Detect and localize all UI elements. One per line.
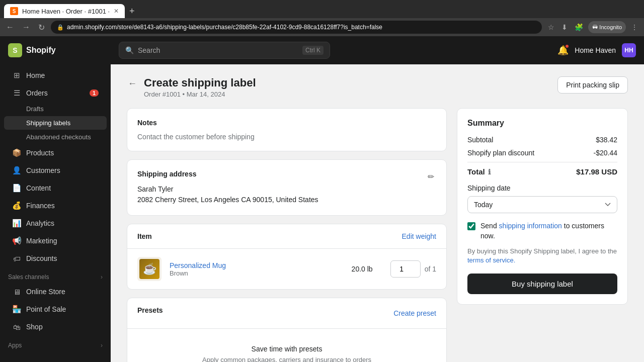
- sidebar-item-pos[interactable]: 🏪 Point of Sale: [4, 301, 107, 318]
- qty-of: of 1: [425, 265, 436, 273]
- notes-card: Notes Contact the customer before shippi…: [127, 108, 447, 151]
- menu-btn[interactable]: ⋮: [629, 21, 640, 33]
- sidebar-nav: ⊞ Home ☰ Orders 1 Drafts Shipping labels…: [0, 64, 111, 353]
- sidebar-item-discounts[interactable]: 🏷 Discounts: [4, 250, 107, 267]
- tab-title: Home Haven · Order · #1001 ·: [22, 8, 110, 15]
- item-variant: Brown: [170, 269, 334, 277]
- sidebar-item-shipping-labels[interactable]: Shipping labels: [4, 116, 107, 130]
- presets-card: Presets Create preset Save time with pre…: [127, 298, 447, 362]
- extensions-btn[interactable]: 🧩: [573, 21, 585, 33]
- address-name: Sarah Tyler: [137, 184, 318, 195]
- total-info-icon[interactable]: ℹ: [488, 168, 491, 176]
- search-bar[interactable]: 🔍 Search Ctrl K: [119, 42, 330, 59]
- summary-body: Summary Subtotal $38.42 Shopify plan dis…: [457, 109, 627, 304]
- back-nav-btn[interactable]: ←: [4, 21, 16, 34]
- print-packing-slip-btn[interactable]: Print packing slip: [557, 76, 628, 94]
- tos-link[interactable]: terms of service.: [467, 256, 515, 264]
- buy-shipping-label-btn[interactable]: Buy shipping label: [467, 274, 617, 294]
- sidebar-item-home[interactable]: ⊞ Home: [4, 67, 107, 84]
- notes-content: Contact the customer before shipping: [137, 133, 436, 141]
- home-icon: ⊞: [12, 71, 21, 80]
- sidebar-item-content[interactable]: 📄 Content: [4, 179, 107, 197]
- page-title: Create shipping label: [144, 76, 256, 89]
- address-street: 2082 Cherry Street, Los Angeles CA 90015…: [137, 195, 318, 205]
- item-image: ☕: [137, 257, 162, 281]
- main-content: 🔍 Search Ctrl K 🔔 Home Haven HH ← Create: [111, 36, 644, 362]
- back-button[interactable]: ←: [127, 77, 138, 90]
- presets-empty: Save time with presets Apply common pack…: [127, 329, 446, 362]
- total-row: Total ℹ $17.98 USD: [467, 162, 617, 176]
- qty-input[interactable]: [390, 260, 421, 278]
- address-edit-btn[interactable]: ✏: [426, 170, 436, 184]
- create-preset-btn[interactable]: Create preset: [393, 309, 436, 317]
- presets-empty-text: Apply common packages, carriers and insu…: [137, 356, 436, 362]
- item-qty: of 1: [390, 260, 436, 278]
- notification-dot: [565, 44, 570, 49]
- shipping-date-select[interactable]: Today Tomorrow: [467, 196, 617, 213]
- notification-btn[interactable]: 🔔: [557, 45, 569, 56]
- discounts-icon: 🏷: [12, 254, 21, 263]
- discount-label: Shopify plan discount: [467, 149, 534, 157]
- sidebar-item-orders[interactable]: ☰ Orders 1: [4, 84, 107, 102]
- sidebar-item-online-store[interactable]: 🖥 Online Store: [4, 283, 107, 300]
- tab-favicon: S: [10, 7, 18, 15]
- sidebar-item-drafts[interactable]: Drafts: [4, 102, 107, 116]
- sidebar-item-label: Discounts: [26, 254, 57, 262]
- sidebar-item-customers[interactable]: 👤 Customers: [4, 162, 107, 179]
- sidebar-item-abandoned[interactable]: Abandoned checkouts: [4, 130, 107, 144]
- search-shortcut: Ctrl K: [302, 46, 324, 55]
- sidebar-item-products[interactable]: 📦 Products: [4, 144, 107, 161]
- discount-row: Shopify plan discount -$20.44: [467, 149, 617, 157]
- marketing-icon: 📢: [12, 236, 21, 245]
- tab-close-btn[interactable]: ✕: [114, 8, 119, 15]
- apps-expand-icon[interactable]: ›: [101, 342, 103, 349]
- subtotal-value: $38.42: [596, 136, 617, 144]
- sidebar-item-label: Point of Sale: [26, 305, 66, 313]
- send-shipping-info-checkbox[interactable]: [467, 222, 475, 230]
- address-content: Shipping address Sarah Tyler 2082 Cherry…: [137, 170, 318, 205]
- edit-weight-btn[interactable]: Edit weight: [402, 232, 436, 240]
- page-header: ← Create shipping label Order #1001 • Ma…: [127, 76, 628, 98]
- shipping-address-card: Shipping address Sarah Tyler 2082 Cherry…: [127, 159, 447, 216]
- item-details: Personalized Mug Brown: [170, 261, 334, 277]
- item-card: Item Edit weight ☕ Personalized Mug: [127, 224, 447, 290]
- browser-chrome: S Home Haven · Order · #1001 · ✕ + ← → ↻…: [0, 0, 644, 36]
- download-btn[interactable]: ⬇: [559, 21, 570, 33]
- shipping-info-link[interactable]: shipping information: [499, 222, 562, 230]
- shopify-logo[interactable]: S Shopify: [8, 43, 56, 57]
- page-title-section: ← Create shipping label Order #1001 • Ma…: [127, 76, 256, 98]
- shopify-logo-text: Shopify: [26, 46, 56, 55]
- sidebar-item-settings[interactable]: ⚙ Settings: [4, 357, 107, 362]
- item-name[interactable]: Personalized Mug: [170, 261, 334, 269]
- browser-tab-active[interactable]: S Home Haven · Order · #1001 · ✕: [4, 4, 125, 18]
- store-avatar[interactable]: HH: [622, 43, 636, 57]
- sidebar-item-label: Marketing: [26, 237, 57, 245]
- notes-title: Notes: [137, 119, 436, 127]
- shopify-icon: S: [8, 43, 22, 57]
- sidebar-item-shop[interactable]: 🛍 Shop: [4, 318, 107, 335]
- sidebar-item-label: Orders: [26, 89, 48, 97]
- abandoned-label: Abandoned checkouts: [26, 133, 91, 141]
- bookmark-btn[interactable]: ☆: [546, 21, 556, 33]
- sidebar-item-analytics[interactable]: 📊 Analytics: [4, 215, 107, 232]
- sidebar-item-label: Content: [26, 184, 51, 192]
- forward-nav-btn[interactable]: →: [20, 21, 32, 34]
- address-bar[interactable]: 🔒 admin.shopify.com/store/de8143-a6/ship…: [51, 21, 542, 34]
- sidebar-item-label: Products: [26, 149, 54, 157]
- sidebar-item-label: Home: [26, 71, 45, 79]
- sidebar-header: S Shopify: [0, 36, 111, 64]
- presets-title: Presets: [137, 306, 163, 314]
- expand-icon[interactable]: ›: [101, 274, 103, 281]
- store-name: Home Haven: [575, 46, 616, 54]
- sidebar-item-marketing[interactable]: 📢 Marketing: [4, 232, 107, 249]
- sidebar-item-label: Analytics: [26, 219, 54, 227]
- sidebar-item-finances[interactable]: 💰 Finances: [4, 197, 107, 214]
- page-content: ← Create shipping label Order #1001 • Ma…: [111, 64, 644, 362]
- address-row: Shipping address Sarah Tyler 2082 Cherry…: [137, 170, 436, 205]
- sidebar-item-label: Online Store: [26, 288, 65, 296]
- new-tab-btn[interactable]: +: [125, 4, 139, 18]
- item-weight: 20.0 lb: [342, 265, 382, 273]
- reload-btn[interactable]: ↻: [36, 21, 47, 34]
- left-column: Notes Contact the customer before shippi…: [127, 108, 447, 362]
- content-icon: 📄: [12, 184, 21, 193]
